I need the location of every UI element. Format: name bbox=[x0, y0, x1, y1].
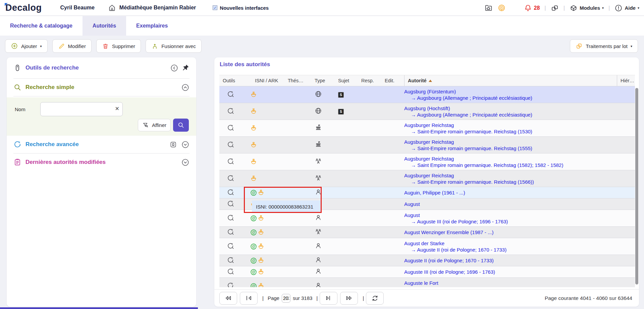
ark-icon[interactable] bbox=[250, 108, 257, 115]
authority-link[interactable]: Augsburger Reichstag bbox=[404, 122, 617, 128]
help-menu[interactable]: Aide ▾ bbox=[614, 4, 639, 12]
search-again-icon[interactable] bbox=[227, 268, 234, 275]
merge-button[interactable]: Fusionner avec bbox=[146, 39, 202, 53]
col-hierarchie[interactable]: Hiér… bbox=[617, 75, 635, 86]
search-again-icon[interactable] bbox=[227, 242, 234, 250]
ark-icon[interactable] bbox=[250, 125, 257, 132]
authority-link[interactable]: Augsburger Reichstag bbox=[404, 156, 617, 162]
search-again-icon[interactable] bbox=[227, 228, 234, 235]
add-button[interactable]: Ajouter▾ bbox=[5, 39, 48, 53]
link-icon[interactable] bbox=[551, 4, 559, 12]
tab-autorites[interactable]: Autorités bbox=[83, 16, 126, 36]
search-again-icon[interactable] bbox=[227, 141, 234, 148]
pin-icon[interactable] bbox=[181, 64, 190, 72]
advanced-search-section[interactable]: Recherche avancée bbox=[7, 136, 196, 153]
search-again-icon[interactable] bbox=[227, 158, 234, 165]
previous-page-button[interactable] bbox=[240, 292, 258, 305]
ark-icon[interactable] bbox=[257, 243, 265, 250]
ark-icon[interactable] bbox=[257, 215, 265, 222]
delete-button[interactable]: Supprimer bbox=[96, 39, 141, 53]
ark-icon[interactable] bbox=[250, 141, 257, 149]
isni-icon[interactable] bbox=[250, 243, 257, 250]
search-again-icon[interactable] bbox=[227, 256, 234, 264]
simple-search-section[interactable]: Recherche simple bbox=[7, 79, 196, 96]
new-interfaces-toggle[interactable]: ✓ Nouvelles interfaces bbox=[213, 5, 269, 11]
isni-icon[interactable] bbox=[250, 268, 257, 276]
refresh-button[interactable] bbox=[366, 292, 384, 305]
fast-forward-button[interactable] bbox=[340, 292, 358, 305]
ark-icon[interactable] bbox=[250, 158, 257, 166]
table-row[interactable]: Auguste II (roi de Pologne; 1670 - 1733) bbox=[219, 255, 635, 266]
refine-button[interactable]: Affiner bbox=[138, 119, 171, 131]
ark-icon[interactable] bbox=[250, 175, 257, 182]
search-again-icon[interactable] bbox=[227, 214, 234, 221]
col-autorite[interactable]: Autorité bbox=[404, 75, 617, 86]
ark-icon[interactable] bbox=[257, 282, 265, 288]
table-row[interactable]: August Wenzinger Ensemble (1987 - ...) bbox=[219, 227, 635, 238]
authority-ref-link[interactable]: Saint-Empire romain germanique. Reichsta… bbox=[417, 129, 532, 134]
user-name[interactable]: Cyril Beaume bbox=[60, 5, 95, 11]
fast-backward-button[interactable] bbox=[219, 292, 237, 305]
authority-ref-link[interactable]: Saint-Empire romain germanique. Reichsta… bbox=[417, 145, 532, 151]
table-row[interactable]: S Augsburg (Fürstentum) → Augsbourg (All… bbox=[219, 86, 635, 103]
authority-link[interactable]: Augsburg (Fürstentum) bbox=[404, 88, 617, 95]
library-selector[interactable]: Médiathèque Benjamin Rabier bbox=[108, 4, 196, 12]
chevron-up-circle-icon[interactable] bbox=[181, 83, 190, 92]
authority-link[interactable]: August bbox=[404, 212, 617, 218]
chevron-down-circle-icon[interactable] bbox=[181, 158, 190, 167]
tab-exemplaires[interactable]: Exemplaires bbox=[126, 16, 178, 36]
authority-link[interactable]: Augsburg (Hochstift) bbox=[404, 105, 617, 112]
col-isni-ark[interactable]: ISNI / ARK bbox=[250, 78, 288, 83]
search-again-icon[interactable] bbox=[227, 174, 234, 182]
bookmark-square-icon[interactable] bbox=[169, 141, 177, 148]
beacon-icon[interactable] bbox=[497, 4, 506, 12]
page-number-input[interactable] bbox=[282, 294, 290, 303]
ark-icon[interactable] bbox=[257, 268, 265, 276]
col-outils[interactable]: Outils bbox=[219, 78, 250, 83]
chevron-down-circle-icon[interactable] bbox=[181, 140, 190, 149]
authority-ref-link[interactable]: Auguste III (roi de Pologne; 1696 - 1763… bbox=[417, 219, 508, 224]
authority-link[interactable]: Auguste II (roi de Pologne; 1670 - 1733) bbox=[404, 257, 617, 264]
authority-link[interactable]: Augsburger Reichstag bbox=[404, 139, 617, 145]
table-row[interactable]: August der Starke → Auguste II (roi de P… bbox=[219, 238, 635, 255]
authority-ref-link[interactable]: Saint-Empire romain germanique. Reichsta… bbox=[417, 179, 534, 185]
clear-input-icon[interactable]: ✕ bbox=[115, 105, 119, 112]
table-row[interactable]: Augsburger Reichstag → Saint-Empire roma… bbox=[219, 120, 635, 137]
table-row[interactable]: Augsburger Reichstag → Saint-Empire roma… bbox=[219, 170, 635, 187]
isni-icon[interactable] bbox=[250, 229, 257, 236]
search-again-icon[interactable] bbox=[227, 200, 234, 207]
decalog-logo[interactable]: Decalog bbox=[5, 3, 42, 13]
notifications-button[interactable]: 28 bbox=[524, 4, 540, 12]
authority-link[interactable]: Auguste III (roi de Pologne; 1696 - 1763… bbox=[404, 269, 617, 275]
col-type[interactable]: Type bbox=[312, 78, 337, 83]
ark-icon[interactable] bbox=[257, 189, 265, 196]
name-input[interactable] bbox=[40, 102, 123, 116]
search-again-icon[interactable] bbox=[227, 90, 234, 98]
next-page-button[interactable] bbox=[320, 292, 337, 305]
table-row[interactable]: Augsburger Reichstag → Saint-Empire roma… bbox=[219, 137, 635, 153]
vertical-scrollbar[interactable] bbox=[635, 88, 638, 284]
authority-link[interactable]: August Wenzinger Ensemble (1987 - ...) bbox=[404, 229, 617, 235]
ark-icon[interactable] bbox=[257, 257, 265, 264]
search-again-icon[interactable] bbox=[227, 188, 234, 196]
checkbox-checked-icon[interactable]: ✓ bbox=[213, 5, 217, 10]
search-again-icon[interactable] bbox=[227, 282, 234, 288]
search-again-icon[interactable] bbox=[227, 124, 234, 131]
table-row[interactable]: S Augsburg (Hochstift) → Augsbourg (Alle… bbox=[219, 103, 635, 120]
folder-cloud-icon[interactable] bbox=[484, 4, 493, 12]
col-edit[interactable]: Edit. bbox=[385, 78, 404, 83]
ark-icon[interactable] bbox=[250, 91, 257, 98]
isni-icon[interactable] bbox=[250, 215, 257, 222]
isni-icon[interactable] bbox=[250, 282, 257, 288]
authority-ref-link[interactable]: Auguste II (roi de Pologne; 1670 - 1733) bbox=[417, 247, 506, 253]
authority-link[interactable]: August der Starke bbox=[404, 240, 617, 247]
authority-ref-link[interactable]: Saint Empire romain germanique. Reichsta… bbox=[417, 162, 563, 168]
batch-processing-button[interactable]: Traitements par lot▾ bbox=[570, 39, 638, 53]
collapse-panel-icon[interactable] bbox=[170, 64, 178, 72]
authority-ref-link[interactable]: Augsbourg (Allemagne ; Principauté ecclé… bbox=[417, 95, 532, 101]
search-again-icon[interactable] bbox=[227, 107, 234, 115]
authority-link[interactable]: August bbox=[404, 201, 617, 207]
authority-link[interactable]: Auguin, Philippe (1961 - ...) bbox=[404, 189, 617, 196]
isni-icon[interactable] bbox=[250, 257, 257, 264]
col-resp[interactable]: Resp. bbox=[361, 78, 385, 83]
